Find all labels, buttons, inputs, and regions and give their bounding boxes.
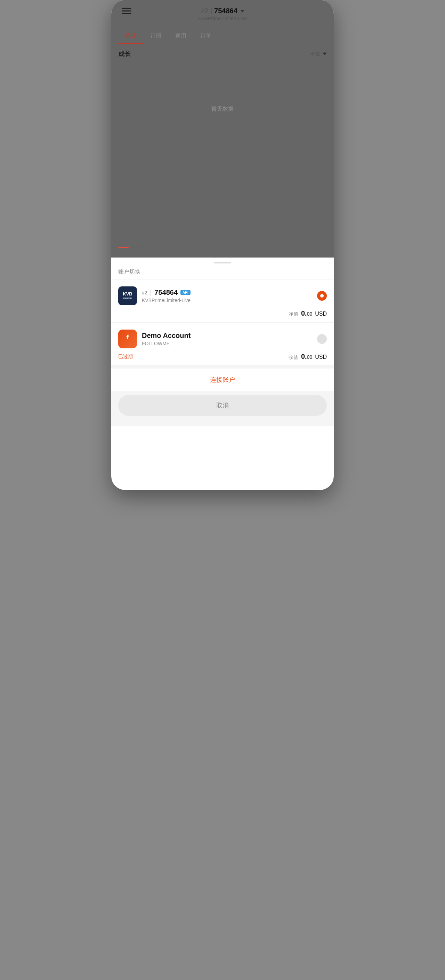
legend-line-icon: [118, 247, 128, 248]
kvb-balance-value: 0.00: [301, 309, 312, 317]
api-badge: API: [181, 290, 190, 295]
demo-balance-int: 0: [301, 353, 305, 360]
background-screen: #2 | 754864 KVBPrimeLimited-Live 统计 订阅 通…: [111, 0, 334, 258]
kvb-logo: KVB PRIME: [118, 286, 137, 305]
bg-section-header: 成长 全部: [111, 44, 334, 64]
kvb-name-row: #2 | 754864 API: [142, 288, 312, 296]
no-data-label: 暂无数据: [211, 105, 234, 113]
radio-inner-icon: [320, 294, 324, 298]
demo-radio-unselected[interactable]: [317, 334, 327, 344]
followme-logo-icon: ᶠ: [126, 333, 129, 345]
legend-text: 总收益（包含持仓盈亏）: [131, 244, 181, 251]
bg-title-area: #2 | 754864 KVBPrimeLimited-Live: [122, 7, 323, 21]
filter-dropdown[interactable]: 全部: [310, 51, 327, 57]
connect-section: 连接账户: [111, 366, 334, 391]
bg-legend: 总收益（包含持仓盈亏）: [111, 241, 334, 254]
demo-balance-label: 收益: [288, 354, 298, 361]
account-item-kvb[interactable]: KVB PRIME #2 | 754864 API KVBPrimeLimite…: [111, 280, 334, 323]
connect-account-button[interactable]: 连接账户: [210, 375, 235, 384]
filter-arrow-icon: [323, 52, 327, 55]
kvb-broker: KVBPrimeLimited-Live: [142, 298, 312, 303]
demo-balance-value: 0.00: [301, 353, 312, 361]
expired-status: 已过期: [118, 353, 133, 360]
demo-broker: FOLLOWME: [142, 341, 312, 346]
kvb-balance-int: 0: [301, 309, 305, 317]
tab-general[interactable]: 通用: [168, 28, 193, 44]
demo-balance-row: 已过期 收益 0.00 USD: [118, 348, 327, 366]
tab-subscription[interactable]: 订阅: [143, 28, 168, 44]
bg-account-prefix: #2: [201, 7, 208, 15]
bg-chart-area: 暂无数据: [111, 64, 334, 154]
kvb-num-prefix: #2: [142, 290, 147, 296]
bg-header: #2 | 754864 KVBPrimeLimited-Live: [111, 0, 334, 28]
cancel-section: 取消: [111, 391, 334, 426]
kvb-logo-sub: PRIME: [123, 297, 132, 300]
menu-icon[interactable]: [122, 8, 131, 14]
kvb-account-info: #2 | 754864 API KVBPrimeLimited-Live: [142, 288, 312, 303]
filter-label: 全部: [310, 51, 320, 57]
demo-balance-dec: 00: [307, 354, 312, 360]
bg-account-number: 754864: [214, 7, 238, 15]
phone-container: #2 | 754864 KVBPrimeLimited-Live 统计 订阅 通…: [111, 0, 334, 490]
tab-orders[interactable]: 订单: [193, 28, 219, 44]
cancel-button[interactable]: 取消: [118, 395, 327, 416]
dropdown-arrow-icon: [240, 10, 244, 13]
kvb-balance-row: 净值 0.00 USD: [118, 305, 327, 322]
account-header-demo: ᶠ Demo Account FOLLOWME: [118, 329, 327, 348]
demo-account-name: Demo Account: [142, 332, 190, 340]
kvb-logo-main: KVB: [123, 291, 132, 297]
demo-balance-currency: USD: [315, 354, 327, 360]
demo-name-row: Demo Account: [142, 332, 312, 340]
bg-tabs: 统计 订阅 通用 订单: [111, 28, 334, 44]
demo-logo: ᶠ: [118, 329, 137, 348]
tab-statistics[interactable]: 统计: [118, 28, 143, 44]
kvb-balance-dec: 00: [307, 311, 312, 317]
kvb-num-value: 754864: [154, 288, 177, 296]
account-item-demo[interactable]: ᶠ Demo Account FOLLOWME 已过期 收益 0.00: [111, 323, 334, 366]
sheet-title: 账户切换: [111, 263, 334, 280]
kvb-balance-currency: USD: [315, 311, 327, 317]
kvb-radio-selected[interactable]: [317, 291, 327, 301]
section-title: 成长: [118, 50, 131, 58]
bg-account-title[interactable]: #2 | 754864: [122, 7, 323, 15]
demo-account-info: Demo Account FOLLOWME: [142, 332, 312, 346]
account-switch-sheet: 账户切换 KVB PRIME #2 | 754864 API: [111, 262, 334, 426]
bg-broker-name: KVBPrimeLimited-Live: [122, 16, 323, 21]
kvb-balance-label: 净值: [288, 311, 298, 317]
account-header-kvb: KVB PRIME #2 | 754864 API KVBPrimeLimite…: [118, 286, 327, 305]
